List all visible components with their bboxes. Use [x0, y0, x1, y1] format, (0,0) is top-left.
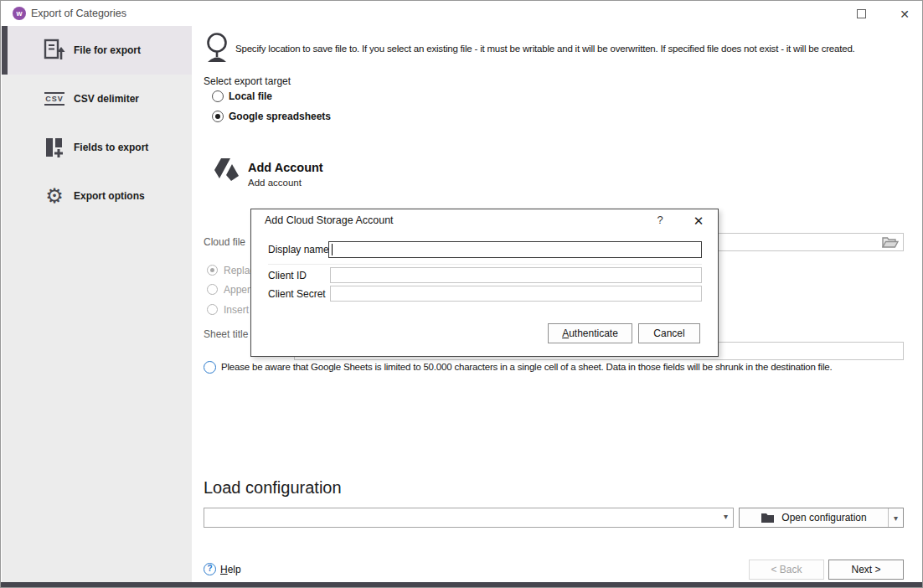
- sidebar-item-csv-delimiter[interactable]: CSV CSV delimiter: [2, 75, 192, 123]
- dialog-title: Add Cloud Storage Account: [265, 214, 394, 226]
- load-configuration-title: Load configuration: [204, 478, 342, 498]
- sidebar-item-label: Fields to export: [74, 142, 148, 153]
- text-caret: [332, 244, 333, 255]
- browse-cloud-file-folder-icon[interactable]: [882, 236, 899, 252]
- dialog-close-icon[interactable]: ✕: [690, 213, 707, 230]
- dialog-divider: [268, 264, 702, 265]
- add-account-title[interactable]: Add Account: [248, 161, 323, 174]
- local-file-radio[interactable]: [212, 90, 224, 102]
- csv-icon: CSV: [40, 85, 69, 113]
- sidebar-item-label: CSV delimiter: [74, 93, 139, 105]
- dialog-help-icon[interactable]: ?: [653, 214, 667, 229]
- info-note-text: Please be aware that Google Sheets is li…: [221, 362, 833, 372]
- client-secret-label: Client Secret: [268, 288, 326, 300]
- sheet-title-label: Sheet title: [204, 328, 248, 340]
- insert-radio: [207, 304, 218, 315]
- display-name-input[interactable]: [328, 241, 702, 258]
- save-location-icon: [204, 31, 230, 68]
- sidebar-item-file-for-export[interactable]: File for export: [2, 26, 192, 75]
- select-export-target-label: Select export target: [204, 75, 291, 87]
- append-radio: [207, 284, 218, 295]
- info-icon: [204, 361, 216, 374]
- folder-icon: [761, 512, 775, 524]
- sidebar-item-label: File for export: [74, 44, 141, 56]
- maximize-button[interactable]: [857, 9, 866, 18]
- cancel-button[interactable]: Cancel: [638, 323, 700, 343]
- configuration-combobox[interactable]: ▾: [204, 508, 734, 528]
- add-account-subtitle: Add account: [248, 178, 302, 188]
- next-button[interactable]: Next >: [828, 560, 904, 580]
- google-spreadsheets-radio-label[interactable]: Google spreadsheets: [229, 111, 331, 122]
- cloud-file-label: Cloud file: [204, 236, 245, 248]
- title-bar: w Export of Categories ✕: [1, 1, 922, 26]
- window-title: Export of Categories: [31, 1, 126, 26]
- help-link[interactable]: Help: [220, 564, 241, 575]
- open-configuration-button[interactable]: Open configuration: [740, 508, 888, 527]
- back-button: < Back: [749, 560, 824, 580]
- open-configuration-split-button: Open configuration ▾: [739, 508, 904, 528]
- sidebar-item-export-options[interactable]: ⚙ Export options: [2, 172, 192, 220]
- gear-icon: ⚙: [40, 182, 69, 210]
- authenticate-button[interactable]: Authenticate: [548, 323, 632, 343]
- close-window-button[interactable]: ✕: [897, 7, 912, 22]
- append-radio-label: Appen: [224, 284, 253, 296]
- sidebar-item-label: Export options: [74, 190, 145, 202]
- google-spreadsheets-radio[interactable]: [212, 111, 224, 122]
- app-window: w Export of Categories ✕ File for export…: [0, 0, 923, 588]
- local-file-radio-label[interactable]: Local file: [229, 90, 272, 102]
- client-id-input[interactable]: [330, 267, 702, 283]
- instruction-text: Specify location to save file to. If you…: [235, 33, 855, 64]
- google-drive-icon[interactable]: [210, 157, 240, 187]
- fields-columns-icon: [40, 133, 69, 162]
- display-name-label: Display name: [268, 244, 329, 255]
- file-export-icon: [40, 36, 69, 64]
- insert-radio-label: Insert: [224, 304, 249, 316]
- selected-indicator-bar: [2, 26, 8, 75]
- chevron-down-icon: ▾: [724, 512, 728, 521]
- client-secret-input[interactable]: [330, 286, 702, 302]
- sidebar-item-fields-to-export[interactable]: Fields to export: [2, 123, 192, 172]
- window-bottom-strip: [1, 582, 923, 588]
- add-cloud-storage-account-dialog: Add Cloud Storage Account ? ✕ Display na…: [250, 209, 719, 357]
- replace-radio: [207, 265, 218, 276]
- client-id-label: Client ID: [268, 270, 307, 281]
- help-icon[interactable]: ?: [204, 563, 216, 575]
- app-logo-icon: w: [13, 7, 26, 20]
- wizard-sidebar: File for export CSV CSV delimiter Fields…: [2, 26, 192, 582]
- open-configuration-dropdown-arrow[interactable]: ▾: [888, 508, 903, 527]
